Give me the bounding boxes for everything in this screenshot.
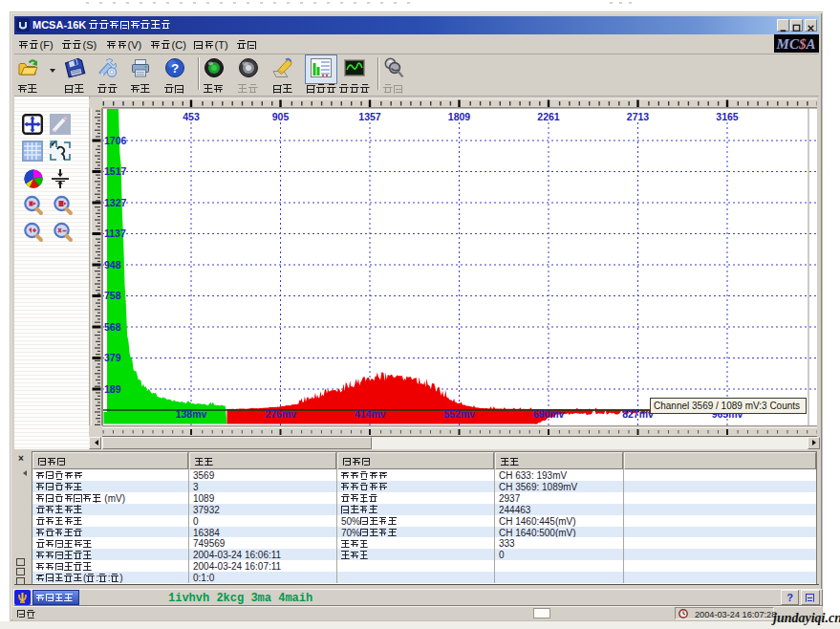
svg-text:3165: 3165 [716,111,739,122]
svg-text:690mv: 690mv [533,408,565,420]
svg-text:1706: 1706 [104,135,127,146]
svg-text:1809: 1809 [448,111,471,122]
svg-text:905: 905 [272,111,290,122]
svg-text:379: 379 [104,352,121,363]
svg-text:1137: 1137 [104,228,126,239]
svg-text:568: 568 [104,321,121,333]
svg-text:1517: 1517 [104,165,127,177]
svg-text:414mv: 414mv [355,408,386,420]
svg-text:1327: 1327 [104,197,127,208]
svg-text:552mv: 552mv [443,408,475,420]
svg-text:?: ? [171,61,179,76]
svg-text:276mv: 276mv [265,408,296,420]
svg-text:189: 189 [104,383,121,395]
svg-text:758: 758 [104,290,121,301]
svg-text:2261: 2261 [537,111,560,122]
svg-text:2713: 2713 [627,111,650,122]
svg-text:138mv: 138mv [176,408,207,420]
svg-text:948: 948 [104,259,121,271]
svg-text:1357: 1357 [358,111,381,122]
svg-text:453: 453 [183,111,200,122]
svg-text:MC$A: MC$A [776,36,816,52]
